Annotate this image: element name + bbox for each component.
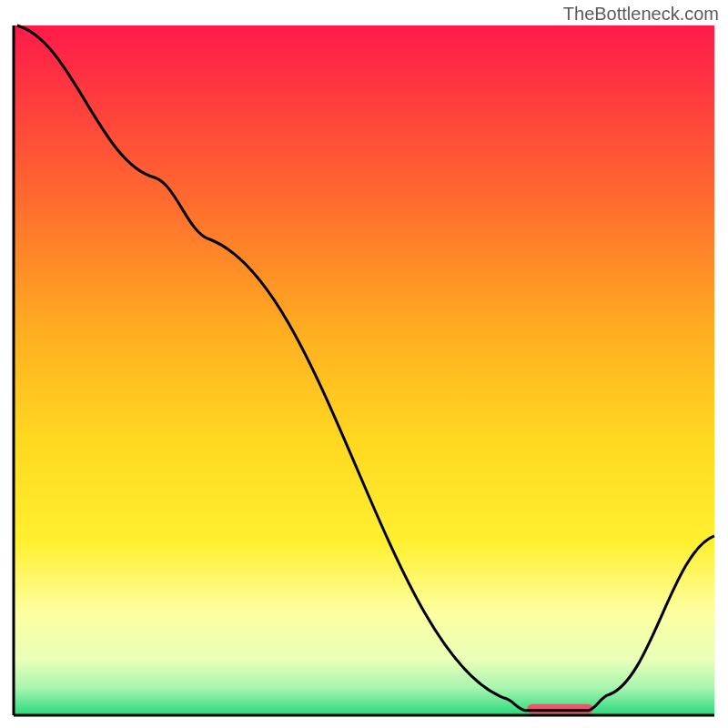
plot-background <box>14 25 714 715</box>
bottleneck-chart <box>0 0 728 728</box>
chart-container: TheBottleneck.com <box>0 0 728 728</box>
watermark-text: TheBottleneck.com <box>563 4 719 25</box>
